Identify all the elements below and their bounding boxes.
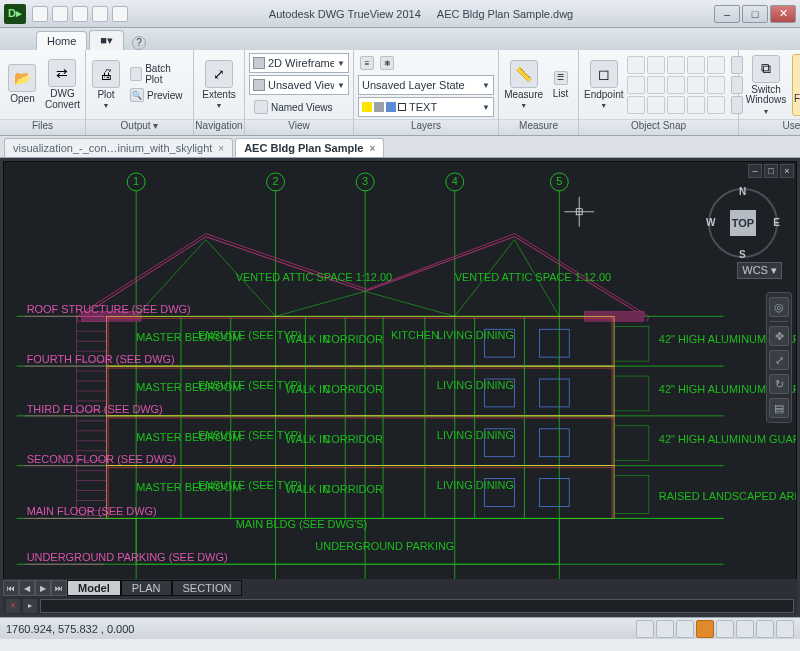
panel-view: 2D Wireframe▼ Unsaved View▼ Named Views … xyxy=(245,50,354,135)
switch-windows-icon: ⧉ xyxy=(752,55,780,83)
svg-text:CORRIDOR: CORRIDOR xyxy=(323,333,383,345)
layout-tab-plan[interactable]: PLAN xyxy=(121,580,172,596)
status-lock-icon[interactable] xyxy=(736,620,754,638)
viewcube-west[interactable]: W xyxy=(706,217,715,228)
status-layout-button[interactable] xyxy=(656,620,674,638)
tab-addins[interactable]: ■▾ xyxy=(89,30,124,50)
measure-button[interactable]: 📏 Measure ▼ xyxy=(503,54,544,116)
layer-states-button[interactable]: ≡ xyxy=(358,53,376,73)
tab-home[interactable]: Home xyxy=(36,31,87,50)
qat-dropdown-icon[interactable] xyxy=(112,6,128,22)
layer-state-dropdown[interactable]: Unsaved Layer State▼ xyxy=(358,75,494,95)
status-quickview-button[interactable] xyxy=(676,620,694,638)
layout-tab-section[interactable]: SECTION xyxy=(172,580,243,596)
close-tab-icon[interactable]: × xyxy=(369,143,375,154)
orbit-icon[interactable]: ↻ xyxy=(769,374,789,394)
close-tab-icon[interactable]: × xyxy=(218,143,224,154)
help-icon[interactable]: ? xyxy=(132,36,146,50)
layout-last-button[interactable]: ⏭ xyxy=(51,580,67,596)
osnap-parallel-icon[interactable] xyxy=(647,96,665,114)
open-button[interactable]: 📂 Open xyxy=(4,54,41,116)
osnap-from-icon[interactable] xyxy=(687,96,705,114)
svg-text:VENTED ATTIC SPACE
1:12.00: VENTED ATTIC SPACE 1:12.00 xyxy=(236,271,392,283)
svg-text:KITCHEN: KITCHEN xyxy=(391,329,439,341)
command-line: × ▸ xyxy=(3,597,797,614)
view-dropdown[interactable]: Unsaved View▼ xyxy=(249,75,349,95)
showmotion-icon[interactable]: ▤ xyxy=(769,398,789,418)
switch-windows-button[interactable]: ⧉ Switch Windows ▼ xyxy=(743,54,789,116)
osnap-insertion-icon[interactable] xyxy=(647,76,665,94)
osnap-midpoint-icon[interactable] xyxy=(627,56,645,74)
plot-button[interactable]: 🖨 Plot ▼ xyxy=(90,54,122,116)
steering-wheel-icon[interactable]: ◎ xyxy=(769,297,789,317)
status-clean-screen-icon[interactable] xyxy=(776,620,794,638)
drawing-viewport[interactable]: – □ × 1 2 3 xyxy=(3,161,797,614)
osnap-extension-icon[interactable] xyxy=(627,76,645,94)
layout-next-button[interactable]: ▶ xyxy=(35,580,51,596)
command-history-icon[interactable]: ▸ xyxy=(23,599,37,613)
layout-tab-model[interactable]: Model xyxy=(67,580,121,596)
file-tabs-bar: visualization_-_con…inium_with_skylight×… xyxy=(0,136,800,158)
status-workspace-button[interactable] xyxy=(716,620,734,638)
preview-button[interactable]: 🔍 Preview xyxy=(125,85,189,105)
wcs-dropdown[interactable]: WCS ▾ xyxy=(737,262,782,279)
layer-dropdown[interactable]: TEXT▼ xyxy=(358,97,494,117)
minimize-button[interactable]: – xyxy=(714,5,740,23)
osnap-intersection-icon[interactable] xyxy=(707,56,725,74)
named-views-button[interactable]: Named Views xyxy=(249,97,349,117)
endpoint-button[interactable]: ◻ Endpoint ▼ xyxy=(583,54,624,116)
maximize-button[interactable]: □ xyxy=(742,5,768,23)
viewcube-top[interactable]: TOP xyxy=(730,210,756,236)
visual-style-dropdown[interactable]: 2D Wireframe▼ xyxy=(249,53,349,73)
file-tab-2[interactable]: AEC Bldg Plan Sample× xyxy=(235,138,384,157)
osnap-node-icon[interactable] xyxy=(667,56,685,74)
osnap-quadrant-icon[interactable] xyxy=(687,56,705,74)
osnap-center-icon[interactable] xyxy=(647,56,665,74)
layout-first-button[interactable]: ⏮ xyxy=(3,580,19,596)
close-button[interactable]: ✕ xyxy=(770,5,796,23)
qat-undo-icon[interactable] xyxy=(72,6,88,22)
osnap-none-icon[interactable] xyxy=(667,96,685,114)
zoom-extents-icon[interactable]: ⤢ xyxy=(769,350,789,370)
batch-plot-icon xyxy=(130,67,142,81)
dwg-convert-button[interactable]: ⇄ DWG Convert xyxy=(44,54,81,116)
panel-measure: 📏 Measure ▼ ☰ List Measure xyxy=(499,50,579,135)
layout-prev-button[interactable]: ◀ xyxy=(19,580,35,596)
drawing-area-container: – □ × 1 2 3 xyxy=(0,158,800,617)
panel-user-interface: ⧉ Switch Windows ▼ ▭ File Tabs ▦ User In… xyxy=(739,50,800,135)
title-bar: D▸ Autodesk DWG TrueView 2014 AEC Bldg P… xyxy=(0,0,800,28)
list-button[interactable]: ☰ List xyxy=(547,70,574,100)
qat-plot-icon[interactable] xyxy=(52,6,68,22)
extents-button[interactable]: ⤢ Extents ▼ xyxy=(198,54,240,116)
status-hardware-accel-icon[interactable] xyxy=(756,620,774,638)
osnap-perpendicular-icon[interactable] xyxy=(667,76,685,94)
osnap-apparent-icon[interactable] xyxy=(627,96,645,114)
panel-object-snap: ◻ Endpoint ▼ xyxy=(579,50,739,135)
app-menu-button[interactable]: D▸ xyxy=(4,4,26,24)
command-input[interactable] xyxy=(40,599,794,613)
status-model-button[interactable] xyxy=(636,620,654,638)
svg-text:CORRIDOR: CORRIDOR xyxy=(323,383,383,395)
qat-redo-icon[interactable] xyxy=(92,6,108,22)
layer-freeze-button[interactable]: ❄ xyxy=(378,53,396,73)
panel-navigation: ⤢ Extents ▼ Navigation xyxy=(194,50,245,135)
file-tab-1[interactable]: visualization_-_con…inium_with_skylight× xyxy=(4,138,233,157)
file-tabs-button[interactable]: ▭ File Tabs xyxy=(792,54,800,116)
osnap-settings-icon[interactable] xyxy=(707,96,725,114)
qat-open-icon[interactable] xyxy=(32,6,48,22)
svg-text:FOURTH FLOOR (SEE DWG): FOURTH FLOOR (SEE DWG) xyxy=(27,353,175,365)
cad-drawing: 1 2 3 4 5 xyxy=(4,162,796,613)
osnap-nearest-icon[interactable] xyxy=(707,76,725,94)
wireframe-icon xyxy=(253,57,265,69)
viewcube-north[interactable]: N xyxy=(739,186,746,197)
svg-text:4: 4 xyxy=(452,175,458,187)
batch-plot-button[interactable]: Batch Plot xyxy=(125,64,189,84)
status-annotation-icon[interactable] xyxy=(696,620,714,638)
pan-icon[interactable]: ✥ xyxy=(769,326,789,346)
quick-access-toolbar xyxy=(32,6,128,22)
viewcube-east[interactable]: E xyxy=(773,217,780,228)
viewcube[interactable]: TOP N S E W xyxy=(708,188,778,258)
osnap-tangent-icon[interactable] xyxy=(687,76,705,94)
viewcube-south[interactable]: S xyxy=(739,249,746,260)
command-close-icon[interactable]: × xyxy=(6,599,20,613)
